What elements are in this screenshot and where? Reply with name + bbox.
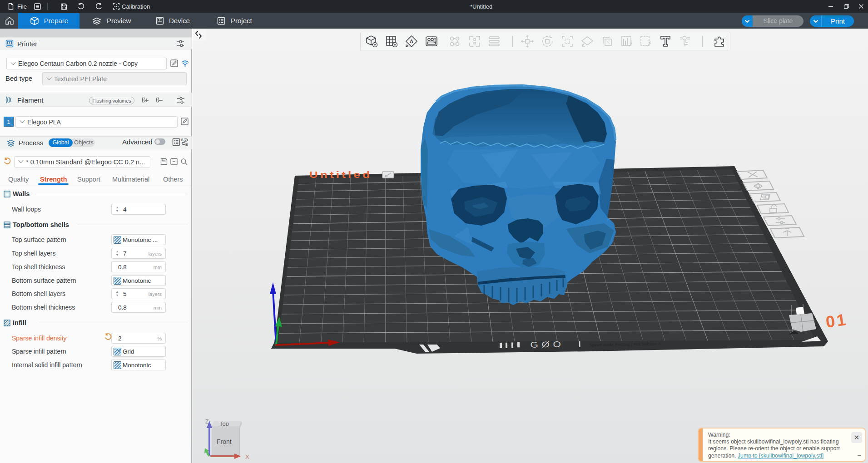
svg-text:B: B [185, 143, 188, 147]
svg-text:GØO: GØO [530, 340, 564, 350]
svg-text:Top: Top [219, 420, 229, 427]
svg-text:Z: Z [205, 419, 208, 425]
svg-text:Front: Front [217, 438, 232, 445]
svg-text:A: A [410, 39, 413, 44]
svg-text:X: X [245, 453, 249, 460]
svg-text:01: 01 [824, 310, 848, 331]
svg-text:Untitled: Untitled [309, 170, 372, 180]
svg-text:A: A [181, 138, 184, 142]
